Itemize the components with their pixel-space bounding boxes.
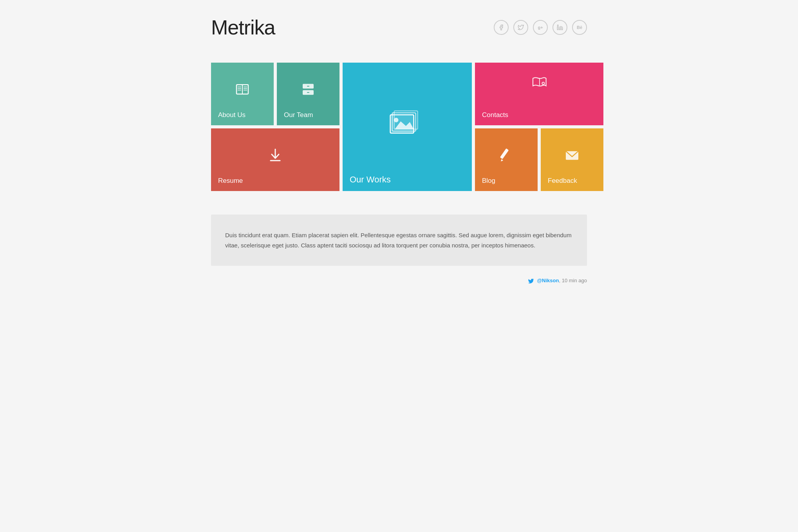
tile-feedback[interactable]: Feedback — [541, 128, 603, 191]
facebook-icon[interactable] — [494, 20, 509, 35]
twitter-social-icon[interactable] — [513, 20, 528, 35]
cabinet-icon — [300, 81, 316, 101]
twitter-time: , — [559, 278, 561, 283]
svg-marker-26 — [501, 159, 503, 161]
book-icon — [235, 81, 250, 101]
text-block-content: Duis tincidunt erat quam. Etiam placerat… — [225, 230, 573, 250]
text-block: Duis tincidunt erat quam. Etiam placerat… — [211, 215, 587, 266]
images-icon — [388, 106, 427, 141]
pencil-icon — [498, 147, 514, 166]
linkedin-icon[interactable] — [552, 20, 567, 35]
svg-point-19 — [394, 118, 399, 123]
tile-about-us-label: About Us — [218, 111, 246, 119]
svg-point-22 — [542, 83, 544, 84]
tile-about-us[interactable]: About Us — [211, 63, 274, 125]
page-wrapper: Metrika g+ — [203, 0, 595, 308]
twitter-time-ago: 10 min ago — [562, 278, 587, 283]
svg-rect-0 — [557, 27, 558, 30]
behance-icon[interactable]: Bē — [572, 20, 587, 35]
twitter-handle[interactable]: @Nikson — [537, 278, 559, 283]
site-title: Metrika — [211, 16, 275, 39]
tile-blog-label: Blog — [482, 177, 495, 185]
google-plus-icon[interactable]: g+ — [533, 20, 548, 35]
tile-grid: About Us Our Team — [211, 63, 587, 191]
twitter-footer: @Nikson, 10 min ago — [211, 278, 587, 284]
svg-point-1 — [557, 25, 558, 26]
social-icons: g+ Bē — [494, 20, 587, 35]
svg-rect-13 — [307, 92, 309, 93]
tile-blog[interactable]: Blog — [475, 128, 538, 191]
svg-rect-12 — [307, 86, 309, 87]
tile-our-team-label: Our Team — [284, 111, 313, 119]
tile-resume-label: Resume — [218, 177, 243, 185]
tile-contacts[interactable]: Contacts — [475, 63, 603, 125]
twitter-bird-icon — [528, 278, 534, 284]
tile-our-works-label: Our Works — [350, 175, 391, 185]
tile-feedback-label: Feedback — [548, 177, 577, 185]
envelope-icon — [564, 147, 580, 166]
svg-rect-25 — [500, 148, 509, 159]
map-icon — [531, 74, 547, 94]
tile-our-works[interactable]: Our Works — [343, 63, 472, 191]
tile-contacts-label: Contacts — [482, 111, 508, 119]
tile-resume[interactable]: Resume — [211, 128, 339, 191]
tile-our-team[interactable]: Our Team — [277, 63, 339, 125]
header: Metrika g+ — [211, 16, 587, 39]
download-icon — [267, 147, 283, 166]
